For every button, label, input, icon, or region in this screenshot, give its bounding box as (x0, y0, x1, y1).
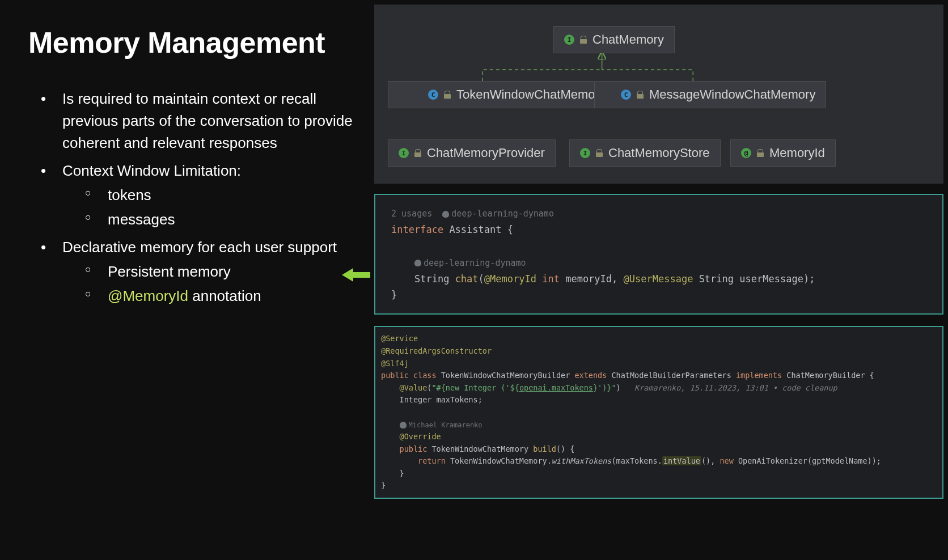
class-icon: C (621, 90, 631, 100)
slide-title: Memory Management (28, 26, 357, 60)
bullet-3: Declarative memory for each user support… (28, 236, 357, 307)
class-node-tokenwindow: C TokenWindowChatMemory (388, 81, 616, 108)
class-label: MemoryId (769, 146, 825, 160)
author-label: deep-learning-dynamo (424, 258, 526, 268)
lock-icon (637, 91, 644, 99)
inline-comment: Kramarenko, 15.11.2023, 13:01 • code cle… (634, 383, 837, 392)
interface-icon: I (564, 35, 574, 45)
bullet-2-sub-1: tokens (62, 184, 357, 206)
class-diagram: I ChatMemory C TokenWindowChatMemory C M… (374, 5, 943, 184)
bullet-3-text: Declarative memory for each user support (62, 239, 337, 256)
class-label: MessageWindowChatMemory (649, 87, 815, 102)
class-icon: C (428, 90, 438, 100)
lock-icon (596, 149, 603, 157)
arrow-pointer-icon (342, 266, 370, 283)
annotation-icon (741, 148, 751, 158)
usages-count: 2 usages (391, 209, 432, 219)
code-interface-assistant: 2 usages deep-learning-dynamo interface … (374, 194, 943, 315)
lock-icon (580, 36, 587, 44)
bullet-2-text: Context Window Limitation: (62, 162, 241, 179)
class-node-chatmemory: I ChatMemory (553, 26, 675, 53)
bullet-3-sub-2: @MemoryId annotation (62, 285, 357, 307)
class-label: TokenWindowChatMemory (456, 87, 606, 102)
author-label: deep-learning-dynamo (451, 209, 554, 219)
lock-icon (757, 149, 764, 157)
memoryid-highlight: @MemoryId (108, 287, 188, 304)
person-icon (400, 422, 407, 429)
class-node-store: I ChatMemoryStore (569, 139, 721, 167)
class-node-messagewindow: C MessageWindowChatMemory (594, 81, 826, 108)
interface-icon: I (580, 148, 590, 158)
interface-icon: I (399, 148, 409, 158)
bullet-2-sub-2: messages (62, 209, 357, 231)
class-label: ChatMemoryStore (608, 146, 710, 160)
bullet-list: Is required to maintain context or recal… (28, 88, 357, 307)
lock-icon (444, 91, 451, 99)
class-node-memoryid: MemoryId (730, 139, 836, 167)
bullet-2: Context Window Limitation: tokens messag… (28, 160, 357, 231)
code-tokenwindow-builder: @Service @RequiredArgsConstructor @Slf4j… (374, 326, 943, 499)
person-icon (442, 211, 449, 218)
author-label: Michael Kramarenko (409, 421, 483, 429)
person-icon (414, 260, 421, 266)
class-label: ChatMemoryProvider (427, 146, 545, 160)
bullet-1-text: Is required to maintain context or recal… (62, 90, 353, 151)
svg-marker-0 (342, 268, 370, 282)
lock-icon (414, 149, 421, 157)
bullet-3-sub-1: Persistent memory (62, 261, 357, 283)
class-label: ChatMemory (592, 32, 664, 47)
class-node-provider: I ChatMemoryProvider (388, 139, 556, 167)
bullet-1: Is required to maintain context or recal… (28, 88, 357, 154)
